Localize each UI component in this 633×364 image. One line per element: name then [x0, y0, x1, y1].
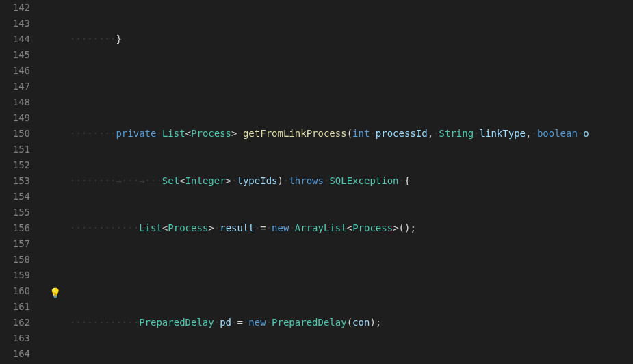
line-number: 146	[0, 63, 30, 79]
line-number: 164	[0, 346, 30, 362]
line-number: 158	[0, 252, 30, 268]
line-number: 155	[0, 205, 30, 220]
line-number: 156	[0, 220, 30, 236]
line-number: 160	[0, 283, 30, 299]
line-number-gutter: 142 143 144 145 146 147 148 149 150 151 …	[0, 0, 42, 364]
line-number: 144	[0, 31, 30, 47]
glyph-margin: 💡	[42, 0, 70, 364]
code-editor[interactable]: 142 143 144 145 146 147 148 149 150 151 …	[0, 0, 633, 364]
line-number: 162	[0, 315, 30, 330]
line-number: 163	[0, 330, 30, 346]
line-number: 161	[0, 299, 30, 315]
code-area[interactable]: ········} ········private·List<Process>·…	[70, 0, 633, 364]
line-number: 151	[0, 142, 30, 157]
line-number: 154	[0, 189, 30, 205]
line-number: 147	[0, 79, 30, 94]
code-line[interactable]	[70, 79, 633, 94]
line-number: 150	[0, 126, 30, 142]
line-number: 148	[0, 94, 30, 110]
lightbulb-icon[interactable]: 💡	[49, 285, 61, 301]
line-number: 152	[0, 157, 30, 173]
code-line[interactable]: ········private·List<Process>·getFromLin…	[70, 126, 633, 142]
code-line[interactable]: ········→···→···Set<Integer>·typeIds)·th…	[70, 173, 633, 189]
line-number: 143	[0, 16, 30, 31]
line-number: 149	[0, 110, 30, 126]
line-number: 142	[0, 0, 30, 16]
code-line[interactable]: ········}	[70, 31, 633, 47]
line-number: 159	[0, 268, 30, 283]
code-line[interactable]: ············List<Process>·result·=·new·A…	[70, 220, 633, 236]
code-line[interactable]: ············PreparedDelay·pd·=·new·Prepa…	[70, 315, 633, 330]
line-number: 153	[0, 173, 30, 189]
line-number: 145	[0, 47, 30, 63]
code-line[interactable]	[70, 268, 633, 283]
line-number: 157	[0, 236, 30, 252]
